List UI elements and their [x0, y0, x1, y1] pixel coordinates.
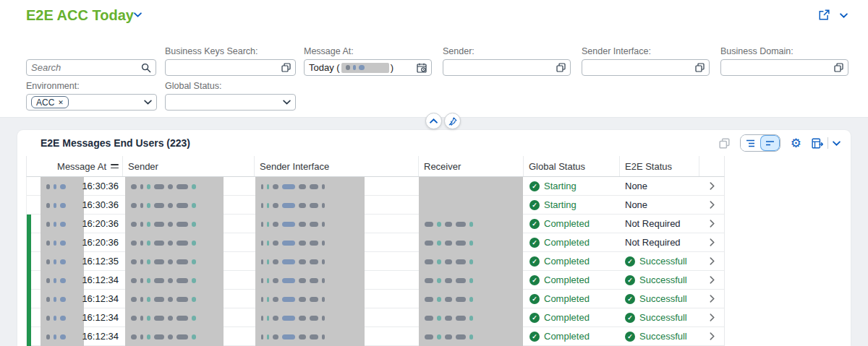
table-settings-gear-icon[interactable]: ⚙ — [791, 137, 801, 150]
row-navigation[interactable] — [699, 177, 726, 195]
export-chevron-down-icon[interactable] — [833, 141, 841, 146]
export-menu — [812, 137, 841, 149]
business-domain-input[interactable] — [720, 59, 848, 76]
column-header-receiver[interactable]: Receiver — [418, 156, 523, 176]
search-icon[interactable] — [141, 63, 151, 73]
row-navigation[interactable] — [699, 290, 726, 308]
cell-receiver — [418, 308, 523, 326]
title-chevron-down-icon[interactable] — [134, 12, 142, 17]
cell-global-status: ✓ Completed — [523, 271, 619, 289]
redacted-sender — [125, 308, 224, 327]
column-header-sender[interactable]: Sender — [122, 156, 254, 176]
row-navigation[interactable] — [699, 308, 726, 326]
value-help-icon[interactable] — [556, 63, 566, 72]
cell-receiver — [418, 252, 523, 270]
redacted-receiver — [419, 233, 523, 252]
sender-input[interactable] — [443, 59, 571, 76]
column-header-navigation — [699, 156, 726, 176]
redaction-marks — [425, 278, 473, 283]
column-header-e2e-status[interactable]: E2E Status — [619, 156, 699, 176]
row-navigation[interactable] — [699, 327, 726, 345]
chevron-right-icon — [710, 332, 715, 340]
table-toolbar: ⚙ — [719, 130, 841, 156]
column-header-global-status[interactable]: Global Status — [523, 156, 619, 176]
redacted-sender — [125, 271, 224, 290]
redacted-receiver — [419, 177, 523, 196]
cell-e2e-status: ✓ Not Required — [619, 233, 699, 251]
table-row[interactable]: 16:20:36 ✓ Completed ✓ Not Required — [27, 215, 724, 233]
value-help-icon[interactable] — [281, 63, 291, 72]
table-row[interactable]: 16:12:34 ✓ Completed ✓ Successfull — [27, 271, 724, 290]
collapse-filterbar-button[interactable] — [425, 113, 442, 129]
e2e-status-text: None — [625, 199, 647, 210]
expand-groups-button[interactable] — [741, 135, 760, 151]
status-check-icon: ✓ — [529, 256, 540, 267]
redacted-receiver — [419, 271, 523, 290]
environment-multicombobox[interactable]: ACC ✕ — [26, 94, 157, 111]
redacted-sender — [125, 196, 224, 215]
date-time-picker-icon[interactable] — [417, 63, 427, 73]
toolbar-divider — [827, 137, 828, 149]
message-at-input[interactable]: Today ( ) — [304, 59, 432, 76]
cell-e2e-status: ✓ Not Required — [619, 215, 699, 233]
message-time: 16:30:36 — [31, 181, 122, 191]
cell-sender — [122, 196, 254, 214]
chevron-down-icon[interactable] — [144, 100, 152, 105]
table-row[interactable]: 16:12:34 ✓ Completed ✓ Successfull — [27, 290, 724, 308]
column-header-sender-interface[interactable]: Sender Interface — [254, 156, 418, 176]
message-at-value-suffix: ) — [391, 62, 393, 73]
redaction-marks — [425, 241, 473, 246]
cell-receiver — [418, 327, 523, 345]
view-toggle-group — [740, 134, 780, 152]
message-at-value-prefix: Today ( — [309, 62, 340, 73]
token-remove-icon[interactable]: ✕ — [58, 99, 64, 106]
row-navigation[interactable] — [699, 196, 726, 214]
row-navigation[interactable] — [699, 252, 726, 270]
table-row[interactable]: 16:12:34 ✓ Completed ✓ Successfull — [27, 327, 724, 346]
expand-groups-icon — [746, 139, 755, 147]
status-check-icon: ✓ — [529, 313, 540, 323]
table-row[interactable]: 16:20:36 ✓ Completed ✓ Not Required — [27, 233, 724, 252]
row-navigation[interactable] — [699, 271, 726, 289]
cell-receiver — [418, 290, 523, 308]
table-row[interactable]: 16:30:36 ✓ Starting ✓ None — [27, 196, 724, 215]
column-header-message-at[interactable]: Message At — [31, 156, 122, 176]
collapse-groups-button[interactable] — [760, 135, 780, 151]
value-help-icon[interactable] — [834, 63, 843, 72]
table-row[interactable]: 16:12:35 ✓ Completed ✓ Successfull — [27, 252, 724, 271]
row-navigation[interactable] — [699, 215, 726, 233]
cell-sender — [122, 215, 254, 233]
global-status-multicombobox[interactable] — [165, 94, 296, 111]
shell-chevron-down-icon[interactable] — [840, 13, 848, 18]
status-check-icon: ✓ — [625, 332, 635, 342]
column-label: Sender — [128, 161, 158, 172]
export-to-spreadsheet-icon[interactable] — [812, 138, 823, 149]
share-icon[interactable] — [818, 9, 830, 21]
cell-e2e-status: ✓ Successfull — [619, 252, 699, 270]
cell-sender-interface — [254, 271, 418, 289]
cell-e2e-status: ✓ None — [619, 177, 699, 195]
column-label: E2E Status — [625, 161, 672, 172]
chevron-down-icon[interactable] — [283, 100, 291, 105]
chevron-up-icon — [430, 118, 438, 124]
redacted-sender-interface — [255, 233, 365, 252]
row-navigation[interactable] — [699, 233, 726, 251]
pin-filterbar-button[interactable] — [444, 113, 461, 129]
global-status-text: Completed — [544, 237, 590, 248]
chevron-right-icon — [710, 313, 715, 321]
table-rows: 16:30:36 ✓ Starting ✓ None — [26, 177, 725, 346]
copy-icon[interactable] — [719, 138, 730, 149]
environment-token-text: ACC — [36, 98, 54, 108]
table-row[interactable]: 16:30:36 ✓ Starting ✓ None — [27, 177, 724, 196]
cell-message-at: 16:12:34 — [31, 308, 122, 326]
value-help-icon[interactable] — [695, 63, 705, 72]
business-keys-input[interactable] — [165, 59, 296, 76]
chevron-right-icon — [710, 238, 715, 246]
collapse-groups-icon — [765, 140, 775, 147]
message-time: 16:12:34 — [31, 274, 122, 285]
sender-interface-input[interactable] — [582, 59, 710, 76]
e2e-status-text: None — [625, 181, 647, 191]
search-input[interactable]: Search — [26, 59, 156, 76]
cell-sender — [122, 252, 254, 270]
table-row[interactable]: 16:12:34 ✓ Completed ✓ Successfull — [27, 308, 724, 327]
